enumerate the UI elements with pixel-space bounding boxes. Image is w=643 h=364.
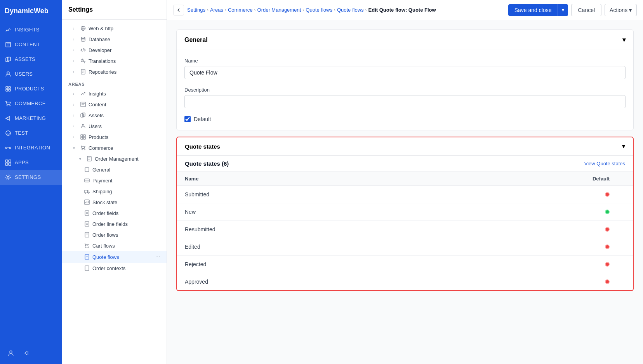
tree-item-repositories[interactable]: › Repositories <box>62 66 167 77</box>
svg-point-15 <box>9 147 11 149</box>
general-section-body: Name Description Default <box>177 50 633 130</box>
breadcrumb-current: Edit Quote flow: Quote Flow <box>368 7 436 13</box>
sidebar-item-apps[interactable]: APPS <box>0 155 62 170</box>
tree-item-developer[interactable]: › Developer <box>62 45 167 55</box>
sidebar-item-test[interactable]: TEST <box>0 126 62 140</box>
breadcrumb-order-mgmt[interactable]: Order Management <box>257 7 301 13</box>
tree-item-translations[interactable]: › Translations <box>62 55 167 66</box>
svg-point-42 <box>84 149 85 150</box>
quote-states-header[interactable]: Quote states ▾ <box>177 137 633 156</box>
tree-item-shipping[interactable]: Shipping <box>62 186 167 197</box>
tree-item-commerce-area[interactable]: ▾ Commerce <box>62 142 167 153</box>
tree-label: Commerce <box>89 145 160 151</box>
content-area: General ▾ Name Description Default <box>167 20 643 364</box>
tree-item-order-fields[interactable]: Order fields <box>62 208 167 218</box>
svg-point-36 <box>82 124 84 126</box>
svg-rect-47 <box>85 179 89 182</box>
svg-point-65 <box>88 247 89 248</box>
chevron-icon: › <box>73 113 78 118</box>
table-row: Edited <box>177 238 633 256</box>
tree-item-web-http[interactable]: › Web & http <box>62 23 167 34</box>
svg-rect-59 <box>85 222 89 226</box>
tree-item-quote-flows[interactable]: Quote flows ··· <box>62 251 167 263</box>
status-dot-red <box>605 227 610 232</box>
actions-label: Actions <box>610 7 627 13</box>
breadcrumb-settings[interactable]: Settings <box>187 7 205 13</box>
qs-count: Quote states (6) <box>185 160 229 167</box>
sidebar-label-settings: SETTINGS <box>15 174 41 180</box>
state-default <box>400 273 633 291</box>
tree-item-database[interactable]: › Database <box>62 34 167 45</box>
general-section-header[interactable]: General ▾ <box>177 30 633 50</box>
assets-icon <box>5 56 12 63</box>
general-icon <box>84 166 90 173</box>
breadcrumb-quote-flows-1[interactable]: Quote flows <box>306 7 332 13</box>
code-icon <box>80 47 86 53</box>
breadcrumb-commerce[interactable]: Commerce <box>228 7 253 13</box>
tree-item-users-area[interactable]: › Users <box>62 121 167 132</box>
actions-button[interactable]: Actions ▾ <box>605 4 637 16</box>
status-dot-red <box>605 192 610 197</box>
settings-panel: Settings › Web & http › Database › Devel… <box>62 0 167 364</box>
collapse-sidebar-btn[interactable] <box>20 347 33 359</box>
tree-item-insights-area[interactable]: › Insights <box>62 88 167 99</box>
sidebar-nav: INSIGHTS CONTENT ASSETS <box>0 23 62 342</box>
tree-item-stock-state[interactable]: Stock state <box>62 197 167 208</box>
save-close-button[interactable]: Save and close <box>508 4 558 16</box>
chevron-icon: › <box>73 59 78 63</box>
tree-item-content-area[interactable]: › Content <box>62 99 167 110</box>
default-checkbox-label[interactable]: Default <box>194 116 211 122</box>
repo-icon <box>80 69 86 75</box>
tree-item-general[interactable]: General <box>62 164 167 175</box>
status-dot-red <box>605 244 610 249</box>
sidebar-item-commerce[interactable]: COMMERCE <box>0 96 62 111</box>
sidebar-item-settings[interactable]: SETTINGS <box>0 170 62 185</box>
default-checkbox[interactable] <box>184 116 191 122</box>
general-collapse-icon: ▾ <box>622 36 626 43</box>
name-input[interactable] <box>184 66 626 79</box>
tree-item-order-line-fields[interactable]: Order line fields <box>62 218 167 229</box>
back-button[interactable] <box>173 5 184 16</box>
tree-item-payment[interactable]: Payment <box>62 175 167 186</box>
quote-states-table: Name Default Submitted New <box>177 172 633 290</box>
sidebar-item-products[interactable]: PRODUCTS <box>0 81 62 96</box>
tree-item-order-flows[interactable]: Order flows <box>62 229 167 240</box>
view-quote-states-link[interactable]: View Quote states <box>584 161 625 166</box>
cancel-button[interactable]: Cancel <box>571 4 601 16</box>
svg-rect-66 <box>85 255 89 259</box>
sidebar-item-marketing[interactable]: MARKETING <box>0 111 62 126</box>
breadcrumb-areas[interactable]: Areas <box>210 7 223 13</box>
table-row: New <box>177 203 633 221</box>
save-close-dropdown-button[interactable]: ▾ <box>558 4 568 16</box>
tree-item-products-area[interactable]: › Products <box>62 132 167 142</box>
breadcrumb-quote-flows-2[interactable]: Quote flows <box>337 7 364 13</box>
test-icon <box>5 130 12 137</box>
svg-rect-35 <box>82 113 85 116</box>
sidebar-item-assets[interactable]: ASSETS <box>0 52 62 67</box>
svg-rect-40 <box>83 137 85 139</box>
tree-label: Payment <box>92 178 160 184</box>
settings-tree: › Web & http › Database › Developer › <box>62 20 167 364</box>
content-icon <box>5 41 12 48</box>
tree-label: Order contexts <box>92 265 160 271</box>
description-input[interactable] <box>184 95 626 108</box>
chevron-icon: › <box>73 70 78 74</box>
tree-item-assets-area[interactable]: › Assets <box>62 110 167 121</box>
tree-label: Cart flows <box>92 243 160 249</box>
tree-item-order-mgmt[interactable]: ▾ Order Management <box>62 153 167 164</box>
tree-item-order-contexts[interactable]: Order contexts <box>62 263 167 274</box>
assets-tree-icon <box>80 112 86 118</box>
order-line-fields-icon <box>84 221 90 227</box>
chevron-icon: › <box>73 92 78 96</box>
general-section-title: General <box>184 36 208 43</box>
sidebar-item-integration[interactable]: INTEGRATION <box>0 140 62 155</box>
user-profile-btn[interactable] <box>5 347 17 359</box>
svg-rect-20 <box>9 163 11 165</box>
tree-item-cart-flows[interactable]: Cart flows <box>62 240 167 251</box>
sidebar-item-users[interactable]: USERS <box>0 67 62 81</box>
sidebar-item-insights[interactable]: INSIGHTS <box>0 23 62 37</box>
sidebar-item-content[interactable]: CONTENT <box>0 37 62 52</box>
state-name: Resubmitted <box>177 221 400 238</box>
col-default: Default <box>400 172 633 186</box>
more-options-icon[interactable]: ··· <box>155 253 160 260</box>
